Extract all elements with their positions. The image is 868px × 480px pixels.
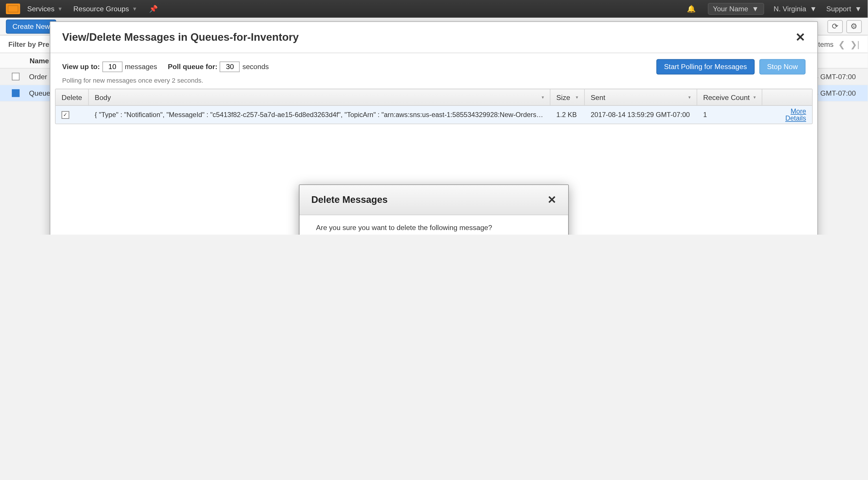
sort-caret-icon: ▾ bbox=[753, 95, 756, 100]
more-details-link[interactable]: More Details bbox=[785, 107, 806, 122]
caret-down-icon: ▼ bbox=[752, 4, 758, 13]
sort-caret-icon: ▾ bbox=[688, 95, 691, 100]
column-sent-label: Sent bbox=[591, 93, 605, 101]
confirm-title: Delete Messages bbox=[311, 195, 388, 205]
message-size: 1.2 KB bbox=[550, 111, 585, 118]
caret-down-icon: ▼ bbox=[855, 4, 862, 13]
message-row[interactable]: ✓ { "Type" : "Notification", "MessageId"… bbox=[56, 106, 812, 124]
caret-down-icon: ▼ bbox=[810, 4, 817, 13]
column-delete[interactable]: Delete bbox=[56, 89, 89, 105]
top-nav: Services ▼ Resource Groups ▼ 📌 🔔 Your Na… bbox=[0, 0, 868, 18]
aws-logo-icon[interactable] bbox=[6, 3, 20, 14]
support-menu[interactable]: Support ▼ bbox=[826, 4, 862, 13]
checkbox[interactable] bbox=[12, 89, 20, 97]
table-header: Delete Body▾ Size▾ Sent▾ Receive Count▾ bbox=[56, 89, 812, 106]
close-icon[interactable]: ✕ bbox=[795, 30, 806, 44]
region-menu[interactable]: N. Virginia ▼ bbox=[774, 4, 817, 13]
services-label: Services bbox=[27, 4, 54, 13]
queue-timestamp: 4 GMT-07:00 bbox=[814, 72, 856, 81]
messages-table: Delete Body▾ Size▾ Sent▾ Receive Count▾ … bbox=[55, 89, 812, 124]
column-body-label: Body bbox=[95, 93, 111, 101]
create-new-button[interactable]: Create New bbox=[6, 19, 56, 33]
refresh-icon: ⟳ bbox=[832, 22, 838, 31]
column-size-label: Size bbox=[556, 93, 570, 101]
column-name[interactable]: Name bbox=[30, 56, 49, 65]
column-delete-label: Delete bbox=[62, 93, 82, 101]
polling-hint: Polling for new messages once every 2 se… bbox=[50, 77, 817, 89]
column-receive-count[interactable]: Receive Count▾ bbox=[697, 89, 763, 105]
column-rc-label: Receive Count bbox=[703, 93, 750, 101]
pin-icon[interactable]: 📌 bbox=[149, 4, 158, 13]
poll-for-label: Poll queue for: bbox=[168, 63, 218, 71]
column-size[interactable]: Size▾ bbox=[550, 89, 585, 105]
sort-caret-icon: ▾ bbox=[576, 95, 578, 100]
close-icon[interactable]: ✕ bbox=[548, 193, 556, 206]
stop-now-button[interactable]: Stop Now bbox=[759, 59, 806, 74]
view-up-to-label: View up to: bbox=[62, 63, 100, 71]
bell-icon[interactable]: 🔔 bbox=[687, 4, 696, 13]
column-sent[interactable]: Sent▾ bbox=[585, 89, 697, 105]
view-up-to-input[interactable] bbox=[102, 62, 122, 72]
account-label: Your Name bbox=[713, 4, 748, 13]
column-more bbox=[763, 89, 812, 105]
checkbox[interactable] bbox=[12, 73, 20, 81]
account-menu[interactable]: Your Name ▼ bbox=[708, 3, 764, 14]
message-checkbox[interactable]: ✓ bbox=[62, 111, 69, 119]
page-prev-icon[interactable]: ❮ bbox=[838, 39, 845, 49]
message-sent: 2017-08-14 13:59:29 GMT-07:00 bbox=[585, 111, 697, 118]
queue-timestamp: 3 GMT-07:00 bbox=[814, 89, 856, 97]
page-last-icon[interactable]: ❯| bbox=[850, 39, 859, 49]
services-menu[interactable]: Services ▼ bbox=[27, 4, 63, 13]
region-label: N. Virginia bbox=[774, 4, 806, 13]
resource-groups-label: Resource Groups bbox=[73, 4, 129, 13]
refresh-button[interactable]: ⟳ bbox=[828, 20, 843, 33]
poll-for-input[interactable] bbox=[220, 62, 240, 72]
message-body: { "Type" : "Notification", "MessageId" :… bbox=[89, 111, 551, 118]
filter-label: Filter by Pre bbox=[8, 40, 50, 48]
seconds-label: seconds bbox=[243, 63, 269, 71]
modal-title: View/Delete Messages in Queues-for-Inven… bbox=[62, 31, 299, 43]
confirm-question: Are you sure you want to delete the foll… bbox=[316, 224, 552, 232]
gear-icon: ⚙ bbox=[850, 22, 858, 31]
support-label: Support bbox=[826, 4, 851, 13]
start-polling-button[interactable]: Start Polling for Messages bbox=[656, 59, 754, 74]
caret-down-icon: ▼ bbox=[132, 5, 137, 11]
caret-down-icon: ▼ bbox=[57, 5, 62, 11]
column-body[interactable]: Body▾ bbox=[89, 89, 551, 105]
sort-caret-icon: ▾ bbox=[541, 95, 544, 100]
message-receive-count: 1 bbox=[697, 111, 763, 118]
settings-button[interactable]: ⚙ bbox=[846, 20, 862, 33]
messages-label: messages bbox=[125, 63, 157, 71]
resource-groups-menu[interactable]: Resource Groups ▼ bbox=[73, 4, 137, 13]
confirm-delete-dialog: Delete Messages ✕ Are you sure you want … bbox=[299, 184, 569, 235]
